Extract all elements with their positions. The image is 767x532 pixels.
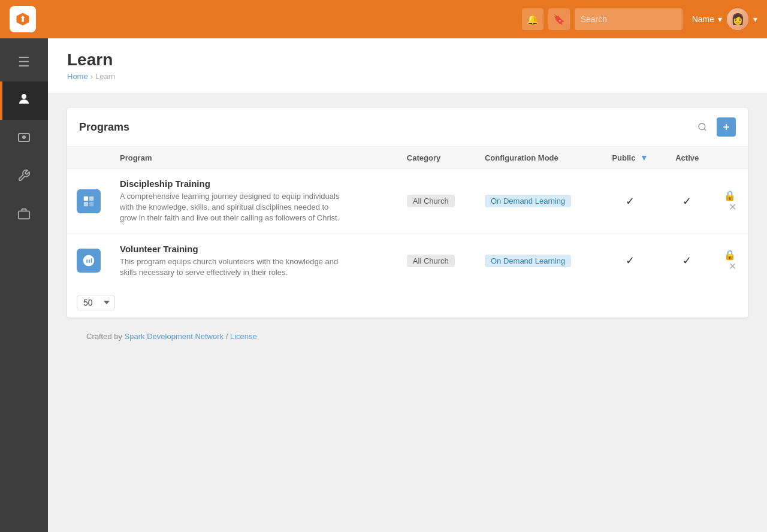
footer-license-link[interactable]: License bbox=[230, 332, 257, 341]
svg-point-2 bbox=[22, 135, 26, 139]
public-filter-icon[interactable]: ▼ bbox=[640, 153, 648, 162]
programs-card: Programs bbox=[67, 108, 748, 318]
col-icon bbox=[67, 147, 110, 169]
row1-config-cell: On Demand Learning bbox=[475, 169, 598, 234]
content-area: Programs bbox=[48, 93, 767, 370]
col-actions bbox=[712, 147, 748, 169]
svg-rect-10 bbox=[84, 202, 88, 206]
row2-public-cell: ✓ bbox=[598, 234, 663, 288]
sidebar-item-dashboard[interactable]: ☰ bbox=[0, 43, 48, 81]
row2-category-badge: All Church bbox=[407, 255, 455, 267]
avatar-image: 👩 bbox=[727, 8, 748, 30]
user-menu[interactable]: Name ▾ bbox=[692, 14, 722, 24]
row1-active-cell: ✓ bbox=[662, 169, 712, 234]
svg-rect-3 bbox=[19, 211, 29, 219]
row1-config-badge: On Demand Learning bbox=[485, 195, 571, 207]
bookmarks-button[interactable]: 🔖 bbox=[548, 8, 570, 30]
page-header: Learn Home › Learn bbox=[48, 38, 767, 93]
add-program-button[interactable] bbox=[717, 117, 736, 137]
table-row: Volunteer Training This program equips c… bbox=[67, 234, 748, 288]
page-title: Learn bbox=[67, 50, 748, 69]
programs-table: Program Category Configuration Mode Publ… bbox=[67, 147, 748, 288]
topnav-right: 🔔 🔖 Name ▾ 👩 ▾ bbox=[522, 8, 757, 30]
row2-delete-button[interactable]: ✕ bbox=[729, 261, 736, 271]
table-row: Discipleship Training A comprehensive le… bbox=[67, 169, 748, 234]
row2-program-name[interactable]: Volunteer Training bbox=[120, 244, 388, 254]
sidebar-item-finance[interactable] bbox=[0, 120, 48, 158]
people-icon bbox=[17, 92, 31, 110]
jobs-icon bbox=[17, 207, 31, 224]
notifications-button[interactable]: 🔔 bbox=[522, 8, 543, 30]
row2-icon-cell bbox=[67, 234, 110, 288]
col-category: Category bbox=[397, 147, 475, 169]
row2-actions-cell: 🔒 ✕ bbox=[712, 234, 748, 288]
row2-config-badge: On Demand Learning bbox=[485, 255, 571, 267]
tools-icon bbox=[17, 169, 31, 186]
svg-point-0 bbox=[22, 94, 26, 99]
row2-program-cell: Volunteer Training This program equips c… bbox=[110, 234, 397, 288]
global-search-input[interactable] bbox=[575, 8, 683, 30]
row1-active-check: ✓ bbox=[683, 195, 691, 207]
top-navigation: 🔔 🔖 Name ▾ 👩 ▾ bbox=[0, 0, 767, 38]
avatar-dropdown-icon[interactable]: ▾ bbox=[753, 14, 757, 24]
row1-program-desc: A comprehensive learning journey designe… bbox=[120, 191, 348, 224]
main-content: Learn Home › Learn Programs bbox=[48, 38, 767, 532]
row2-public-check: ✓ bbox=[626, 255, 635, 267]
row1-category-badge: All Church bbox=[407, 195, 455, 207]
card-header: Programs bbox=[67, 108, 748, 147]
sidebar-item-jobs[interactable] bbox=[0, 197, 48, 235]
row2-category-cell: All Church bbox=[397, 234, 475, 288]
svg-rect-8 bbox=[84, 197, 88, 201]
footer-spark-link[interactable]: Spark Development Network bbox=[125, 332, 224, 341]
programs-table-body: Discipleship Training A comprehensive le… bbox=[67, 169, 748, 288]
breadcrumb-sep: › bbox=[90, 72, 93, 81]
row1-actions-cell: 🔒 ✕ bbox=[712, 169, 748, 234]
sidebar-item-tools[interactable] bbox=[0, 158, 48, 197]
page-layout: ☰ bbox=[0, 38, 767, 532]
user-dropdown-icon: ▾ bbox=[718, 14, 722, 24]
card-title: Programs bbox=[79, 121, 129, 134]
col-config-mode: Configuration Mode bbox=[475, 147, 598, 169]
sidebar: ☰ bbox=[0, 38, 48, 532]
avatar[interactable]: 👩 bbox=[727, 8, 748, 30]
svg-rect-9 bbox=[89, 197, 93, 201]
row1-public-cell: ✓ bbox=[598, 169, 663, 234]
row1-icon-cell bbox=[67, 169, 110, 234]
col-active: Active bbox=[662, 147, 712, 169]
table-header-row: Program Category Configuration Mode Publ… bbox=[67, 147, 748, 169]
breadcrumb-home[interactable]: Home bbox=[67, 72, 88, 81]
svg-point-4 bbox=[699, 123, 705, 130]
row2-active-cell: ✓ bbox=[662, 234, 712, 288]
row1-program-cell: Discipleship Training A comprehensive le… bbox=[110, 169, 397, 234]
page-size-select[interactable]: 10 25 50 100 bbox=[77, 295, 115, 310]
row1-public-check: ✓ bbox=[626, 195, 635, 207]
row2-program-desc: This program equips church volunteers wi… bbox=[120, 256, 348, 278]
row2-config-cell: On Demand Learning bbox=[475, 234, 598, 288]
breadcrumb-current: Learn bbox=[95, 72, 115, 81]
volunteer-icon bbox=[77, 249, 101, 273]
table-footer: 10 25 50 100 bbox=[67, 288, 748, 318]
row1-lock-icon: 🔒 bbox=[724, 191, 736, 201]
search-programs-button[interactable] bbox=[693, 117, 712, 137]
finance-icon bbox=[17, 130, 31, 148]
footer-separator: / bbox=[226, 332, 228, 341]
app-logo[interactable] bbox=[10, 6, 36, 32]
col-public: Public ▼ bbox=[598, 147, 663, 169]
card-header-actions bbox=[693, 117, 736, 137]
row2-lock-icon: 🔒 bbox=[724, 250, 736, 260]
svg-rect-11 bbox=[89, 202, 93, 206]
row1-program-name[interactable]: Discipleship Training bbox=[120, 179, 388, 189]
dashboard-icon: ☰ bbox=[18, 55, 30, 70]
breadcrumb: Home › Learn bbox=[67, 72, 748, 81]
row1-delete-button[interactable]: ✕ bbox=[729, 202, 736, 212]
user-name-label: Name bbox=[692, 14, 714, 24]
discipleship-icon bbox=[77, 189, 101, 213]
row2-active-check: ✓ bbox=[683, 255, 691, 267]
sidebar-item-people[interactable] bbox=[0, 81, 48, 120]
page-footer: Crafted by Spark Development Network / L… bbox=[67, 318, 748, 355]
svg-line-5 bbox=[704, 129, 706, 131]
row1-category-cell: All Church bbox=[397, 169, 475, 234]
footer-crafted-by: Crafted by bbox=[86, 332, 122, 341]
col-program: Program bbox=[110, 147, 397, 169]
